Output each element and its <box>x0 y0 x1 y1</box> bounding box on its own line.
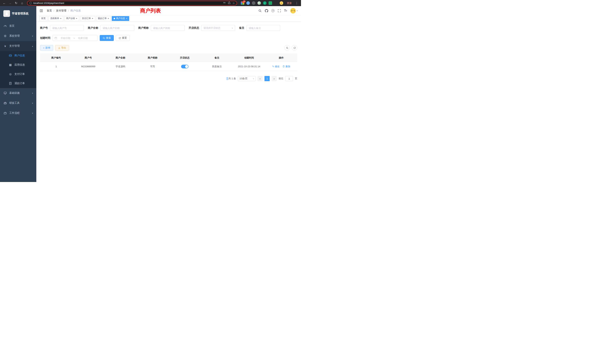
column-header: 商户号 <box>72 56 105 60</box>
delete-link[interactable]: 删除 <box>282 65 290 68</box>
end-date-input[interactable] <box>75 37 90 40</box>
tab-process-form[interactable]: 流程表单 × <box>48 16 63 21</box>
bank-card-icon <box>9 54 12 57</box>
sidebar-item-payment-orders[interactable]: ◎ 支付订单 <box>0 69 36 79</box>
full-name-input[interactable] <box>100 25 134 31</box>
password-key-icon[interactable] <box>223 1 226 5</box>
share-icon[interactable] <box>228 1 231 5</box>
close-icon[interactable]: × <box>108 17 109 20</box>
calendar-icon <box>54 37 57 39</box>
tab-merchant-info[interactable]: 商户信息 × <box>112 16 129 21</box>
tab-user-group[interactable]: 用户分组 × <box>64 16 79 21</box>
browser-extension-icon[interactable]: ☺ <box>280 1 283 5</box>
edit-link[interactable]: ✎ 修改 <box>272 65 280 68</box>
sidebar-item-system[interactable]: 系统管理 ▾ <box>0 31 36 41</box>
add-button[interactable]: + 新增 <box>40 45 53 51</box>
close-icon[interactable]: × <box>76 17 77 20</box>
merchant-no-input[interactable] <box>50 25 84 31</box>
browser-extension-icon[interactable] <box>246 1 250 5</box>
browser-menu-icon[interactable]: ⋮ <box>294 1 299 6</box>
status-toggle[interactable] <box>181 65 189 68</box>
search-icon <box>103 37 105 39</box>
sidebar-item-payment[interactable]: ¥ 支付管理 ▴ <box>0 41 36 51</box>
chevron-up-icon: ▴ <box>32 45 33 47</box>
search-icon[interactable] <box>258 9 262 12</box>
refresh-icon <box>293 47 296 49</box>
remark-input[interactable] <box>247 25 280 31</box>
tab-home[interactable]: 首页 <box>39 16 47 21</box>
close-icon[interactable]: × <box>60 17 62 20</box>
sidebar-collapse-icon[interactable] <box>40 9 44 13</box>
search-button[interactable]: 搜索 <box>100 35 114 41</box>
plus-icon: + <box>43 46 44 49</box>
short-name-input[interactable] <box>151 25 185 31</box>
chevron-down-icon: ▾ <box>32 92 33 94</box>
browser-extension-icon[interactable] <box>269 1 272 5</box>
browser-extension-icon[interactable] <box>252 1 255 5</box>
fullscreen-icon[interactable] <box>278 9 281 12</box>
pagination: 共 1 条 10条/页 ▾ ‹ 1 › 前往 页 <box>40 76 297 81</box>
sidebar-item-home[interactable]: 首页 <box>0 21 36 31</box>
briefcase-icon <box>3 112 7 115</box>
cell-remark: 我是备注 <box>201 65 233 68</box>
create-time-label: 创建时间 <box>40 36 53 40</box>
page-button-1[interactable]: 1 <box>265 76 270 81</box>
site-info-icon[interactable]: i <box>29 2 32 4</box>
date-range-picker[interactable]: - <box>53 35 97 41</box>
next-page-button[interactable]: › <box>271 76 277 81</box>
url-text: localhost:1024/pay/merchant <box>33 2 222 4</box>
chevron-down-icon: ▾ <box>32 35 33 37</box>
sidebar-item-infrastructure[interactable]: 基础设施 ▾ <box>0 88 36 98</box>
status-select[interactable]: 请选择开启状态 ▾ <box>201 25 235 31</box>
start-date-input[interactable] <box>58 37 73 40</box>
font-size-icon[interactable]: T T <box>284 10 287 12</box>
github-icon[interactable] <box>265 9 268 12</box>
sidebar: 芋道管理系统 首页 系统管理 ▾ ¥ 支付管理 ▴ 商户信息 <box>0 6 36 182</box>
page-content: 商户号 商户全称 商户简称 开启状态 请选择开启状态 ▾ <box>36 22 301 182</box>
top-navbar: 首页 / 支付管理 / 商户信息 商户列表 ? T <box>36 6 301 15</box>
breadcrumb-payment[interactable]: 支付管理 <box>56 9 66 12</box>
close-icon[interactable]: × <box>92 17 93 20</box>
close-icon[interactable]: × <box>126 17 127 20</box>
sidebar-item-workflow[interactable]: 工作流程 ▾ <box>0 108 36 118</box>
sidebar-item-label: 商户信息 <box>14 54 33 57</box>
sidebar-item-label: 支付管理 <box>9 44 32 48</box>
sidebar-item-refund-orders[interactable]: 退款订单 <box>0 79 36 88</box>
address-bar[interactable]: i localhost:1024/pay/merchant ☆ <box>27 1 237 6</box>
browser-extension-icon[interactable] <box>274 1 278 5</box>
user-avatar[interactable]: ▾ <box>290 8 298 13</box>
page-unit-label: 页 <box>295 77 297 80</box>
page-size-select[interactable]: 10条/页 ▾ <box>238 76 256 81</box>
cell-status <box>169 65 201 68</box>
reload-button[interactable]: ↻ <box>14 1 19 6</box>
reset-button[interactable]: 重置 <box>116 35 130 41</box>
home-button[interactable]: ⌂ <box>20 1 24 6</box>
bookmark-star-icon[interactable]: ☆ <box>232 2 235 5</box>
help-icon[interactable]: ? <box>271 9 275 12</box>
text-selection-artifact <box>226 77 228 80</box>
refresh-table-button[interactable] <box>292 45 297 51</box>
breadcrumb-home[interactable]: 首页 <box>47 9 52 12</box>
extensions-area: 10 ✓ ☺ <box>241 1 283 5</box>
export-button[interactable]: 导出 <box>55 45 69 51</box>
goto-page-input[interactable] <box>285 76 293 81</box>
toggle-search-button[interactable] <box>284 45 290 51</box>
tab-refund-orders[interactable]: 退款订单 × <box>96 16 111 21</box>
tab-payment-orders[interactable]: 支付订单 × <box>80 16 95 21</box>
browser-update-button[interactable]: 更新 <box>287 1 292 5</box>
app-logo[interactable]: 芋道管理系统 <box>0 6 36 21</box>
chevron-left-icon: ‹ <box>260 77 260 80</box>
prev-page-button[interactable]: ‹ <box>258 76 263 81</box>
full-name-label: 商户全称 <box>88 26 100 30</box>
table-header: 商户编号 商户号 商户全称 商户简称 开启状态 备注 创建时间 操作 <box>40 54 297 62</box>
chevron-right-icon: › <box>274 77 275 80</box>
sidebar-item-app-info[interactable]: ▦ 应用信息 <box>0 60 36 69</box>
forward-button[interactable]: → <box>8 1 13 6</box>
sidebar-item-merchant-info[interactable]: 商户信息 <box>0 51 36 60</box>
browser-extension-icon[interactable]: ✓ <box>263 1 267 5</box>
browser-extension-icon[interactable] <box>258 1 261 5</box>
back-button[interactable]: ← <box>2 1 7 6</box>
sidebar-item-dev-tools[interactable]: 研发工具 ▾ <box>0 98 36 108</box>
merchant-table: 商户编号 商户号 商户全称 商户简称 开启状态 备注 创建时间 操作 1 M23… <box>40 54 297 71</box>
browser-extension-icon[interactable]: 10 <box>241 1 244 5</box>
